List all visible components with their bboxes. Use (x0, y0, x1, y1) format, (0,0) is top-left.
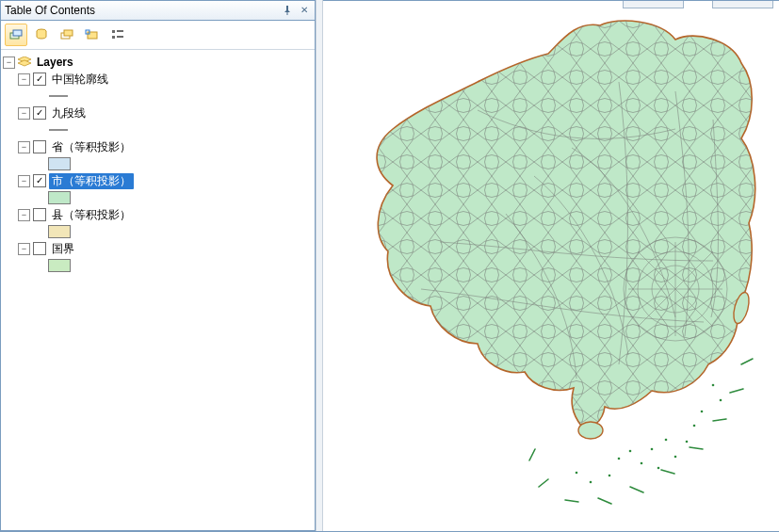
app-root: Table Of Contents ✕ Layers中国 (0, 0, 779, 532)
svg-point-21 (641, 462, 643, 465)
layer-visibility-checkbox[interactable] (33, 106, 46, 120)
layer-row[interactable]: 省（等积投影） (3, 138, 313, 155)
layer-label[interactable]: 省（等积投影） (49, 139, 134, 155)
svg-rect-1 (13, 30, 22, 36)
svg-point-22 (651, 448, 654, 451)
layer-swatch (48, 191, 71, 204)
layer-symbol-row (3, 155, 313, 172)
expand-toggle[interactable] (18, 209, 30, 221)
svg-rect-10 (117, 36, 123, 38)
svg-point-27 (693, 425, 696, 427)
layer-row[interactable]: 中国轮廓线 (3, 71, 313, 88)
tb-list-by-drawing-order-icon[interactable] (5, 24, 27, 46)
close-icon[interactable]: ✕ (298, 4, 311, 17)
tb-list-by-visibility-icon[interactable] (56, 24, 78, 46)
layer-visibility-checkbox[interactable] (33, 208, 46, 221)
layer-label[interactable]: 市（等积投影） (49, 173, 134, 189)
svg-rect-9 (112, 36, 115, 39)
china-map (336, 7, 770, 515)
layer-label[interactable]: 中国轮廓线 (49, 72, 111, 88)
svg-point-28 (609, 475, 611, 477)
layer-symbol-row (3, 223, 313, 240)
layer-symbol-row (3, 121, 313, 138)
layer-line-symbol (48, 90, 69, 102)
layer-symbol-row (3, 189, 313, 206)
tb-list-by-selection-icon[interactable] (81, 24, 104, 46)
layers-group-icon (18, 56, 31, 68)
layer-symbol-row (3, 88, 313, 105)
layer-swatch (48, 157, 71, 170)
svg-rect-8 (117, 30, 123, 32)
layer-visibility-checkbox[interactable] (33, 242, 46, 255)
layer-visibility-checkbox[interactable] (33, 73, 46, 86)
layer-line-symbol (48, 124, 69, 136)
layer-row[interactable]: 县（等积投影） (3, 206, 313, 223)
layer-visibility-checkbox[interactable] (33, 174, 46, 187)
svg-point-32 (720, 399, 722, 402)
svg-point-26 (686, 441, 689, 443)
layer-row[interactable]: 国界 (3, 240, 313, 257)
layer-swatch (48, 259, 71, 272)
svg-point-24 (657, 467, 660, 470)
pin-icon[interactable] (281, 4, 294, 17)
svg-marker-12 (18, 60, 31, 66)
layer-label[interactable]: 国界 (49, 241, 77, 257)
layer-symbol-row (3, 257, 313, 274)
svg-rect-4 (64, 30, 73, 36)
toc-titlebar: Table Of Contents ✕ (1, 1, 315, 21)
map-view[interactable] (323, 0, 779, 531)
svg-point-20 (629, 450, 632, 453)
layer-row[interactable]: 市（等积投影） (3, 172, 313, 189)
layer-visibility-checkbox[interactable] (33, 140, 46, 153)
svg-point-31 (712, 384, 715, 387)
toc-toolbar (1, 21, 315, 50)
hainan-island (578, 422, 603, 439)
svg-point-25 (674, 456, 677, 459)
layer-tree[interactable]: Layers中国轮廓线九段线省（等积投影）市（等积投影）县（等积投影）国界 (1, 50, 315, 530)
svg-point-19 (618, 458, 621, 460)
expand-toggle[interactable] (18, 141, 30, 153)
tb-list-by-source-icon[interactable] (30, 24, 53, 46)
layer-label[interactable]: 九段线 (49, 105, 89, 121)
toc-panel: Table Of Contents ✕ Layers中国 (0, 0, 316, 531)
expand-toggle[interactable] (18, 73, 30, 86)
svg-point-29 (590, 481, 592, 484)
tree-root-label: Layers (34, 56, 76, 69)
expand-toggle[interactable] (18, 107, 30, 120)
svg-point-23 (665, 439, 668, 442)
layer-row[interactable]: 九段线 (3, 105, 313, 121)
svg-rect-7 (112, 30, 115, 33)
expand-toggle[interactable] (18, 175, 30, 187)
svg-point-30 (576, 472, 578, 475)
tb-options-icon[interactable] (106, 24, 129, 46)
toc-title-text: Table Of Contents (5, 1, 95, 20)
layer-label[interactable]: 县（等积投影） (49, 207, 134, 223)
expand-toggle[interactable] (3, 56, 15, 69)
layer-swatch (48, 225, 71, 238)
splitter[interactable] (316, 0, 323, 531)
expand-toggle[interactable] (18, 243, 30, 255)
svg-point-33 (701, 411, 704, 413)
tree-root-row[interactable]: Layers (3, 54, 313, 71)
